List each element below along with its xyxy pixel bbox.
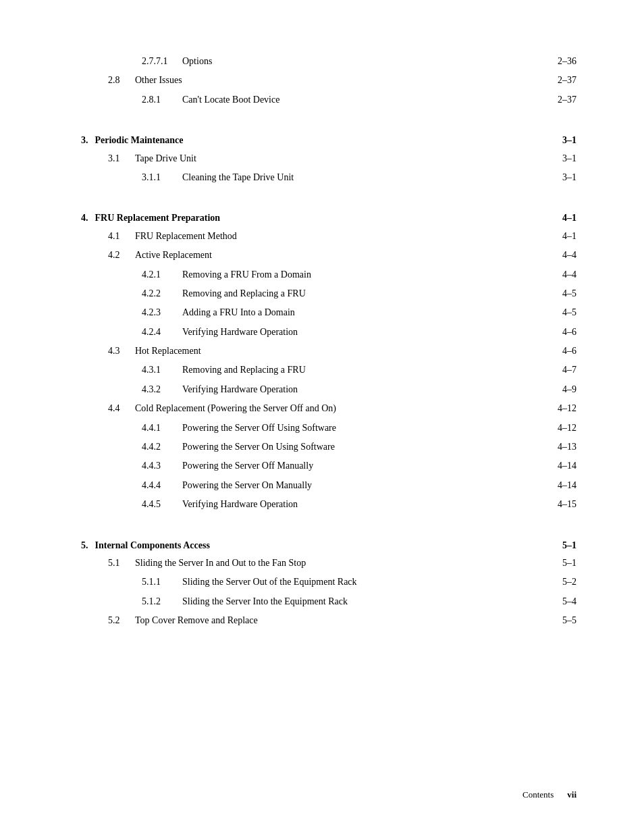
section-title: Powering the Server On Using Software bbox=[182, 440, 554, 454]
page-number: 5–5 bbox=[562, 613, 576, 628]
section-title: Verifying Hardware Operation bbox=[182, 325, 558, 340]
section-title: Hot Replacement bbox=[135, 344, 558, 359]
toc-container: 2.7.7.1Options2–362.8Other Issues2–372.8… bbox=[81, 54, 576, 629]
section-number: 3. bbox=[81, 133, 88, 148]
section-number: 4.4.4 bbox=[142, 478, 176, 493]
section-title: Can't Locate Boot Device bbox=[182, 93, 554, 107]
page-number: 4–5 bbox=[562, 305, 576, 320]
page-number: 4–12 bbox=[558, 421, 576, 436]
section-title: Removing and Replacing a FRU bbox=[182, 363, 558, 377]
page-number: 5–4 bbox=[562, 594, 576, 609]
section-number: 5.2 bbox=[108, 613, 128, 628]
page-number: 4–1 bbox=[562, 211, 576, 226]
section-title: Verifying Hardware Operation bbox=[182, 382, 558, 397]
section-title: Powering the Server Off Using Software bbox=[182, 421, 554, 436]
page-number: 3–1 bbox=[562, 170, 576, 185]
section-number: 3.1 bbox=[108, 151, 128, 166]
section-title: FRU Replacement Preparation bbox=[95, 211, 559, 226]
toc-entry: 4.4.3Powering the Server Off Manually4–1… bbox=[81, 459, 576, 473]
page-number: 5–1 bbox=[562, 538, 576, 553]
toc-entry: 4.2.3Adding a FRU Into a Domain4–5 bbox=[81, 305, 576, 320]
section-number: 5.1.1 bbox=[142, 575, 176, 590]
section-title: Verifying Hardware Operation bbox=[182, 497, 554, 512]
toc-entry: 4.4.1Powering the Server Off Using Softw… bbox=[81, 421, 576, 436]
page-number: 2–36 bbox=[558, 54, 576, 69]
section-number: 4.3.2 bbox=[142, 382, 176, 397]
toc-entry: 4.3Hot Replacement4–6 bbox=[81, 344, 576, 359]
toc-entry: 4.4Cold Replacement (Powering the Server… bbox=[81, 401, 576, 416]
page-number: 4–15 bbox=[558, 497, 576, 512]
section-number: 2.8 bbox=[108, 73, 128, 88]
section-title: Active Replacement bbox=[135, 248, 558, 263]
toc-entry: 4.4.4Powering the Server On Manually4–14 bbox=[81, 478, 576, 493]
toc-entry: 4.2.4Verifying Hardware Operation4–6 bbox=[81, 325, 576, 340]
section-title: Periodic Maintenance bbox=[95, 133, 559, 148]
section-title: Sliding the Server In and Out to the Fan… bbox=[135, 556, 558, 571]
page-number: 2–37 bbox=[558, 93, 576, 107]
toc-entry: 4.3.1Removing and Replacing a FRU4–7 bbox=[81, 363, 576, 377]
page-number: 4–6 bbox=[562, 325, 576, 340]
page-number: 4–13 bbox=[558, 440, 576, 454]
section-title: Cleaning the Tape Drive Unit bbox=[182, 170, 558, 185]
section-title: Sliding the Server Out of the Equipment … bbox=[182, 575, 558, 590]
footer-label: Contents bbox=[522, 789, 554, 800]
page-number: 2–37 bbox=[558, 73, 576, 88]
page-number: 5–2 bbox=[562, 575, 576, 590]
section-title: Tape Drive Unit bbox=[135, 151, 558, 166]
page-number: 4–14 bbox=[558, 459, 576, 473]
toc-entry: 4.4.5Verifying Hardware Operation4–15 bbox=[81, 497, 576, 512]
toc-entry: 4.2.2Removing and Replacing a FRU4–5 bbox=[81, 286, 576, 301]
section-title: Powering the Server On Manually bbox=[182, 478, 554, 493]
page-number: 3–1 bbox=[562, 151, 576, 166]
section-title: FRU Replacement Method bbox=[135, 229, 558, 244]
section-number: 4.4.2 bbox=[142, 440, 176, 454]
section-number: 3.1.1 bbox=[142, 170, 176, 185]
page-number: 4–4 bbox=[562, 267, 576, 282]
page-number: 5–1 bbox=[562, 556, 576, 571]
section-number: 4. bbox=[81, 211, 88, 226]
section-title: Other Issues bbox=[135, 73, 554, 88]
page-number: 4–5 bbox=[562, 286, 576, 301]
page: 2.7.7.1Options2–362.8Other Issues2–372.8… bbox=[0, 0, 644, 834]
section-number: 4.4 bbox=[108, 401, 128, 416]
section-title: Removing and Replacing a FRU bbox=[182, 286, 558, 301]
section-number: 5. bbox=[81, 538, 88, 553]
section-number: 4.3.1 bbox=[142, 363, 176, 377]
section-title: Powering the Server Off Manually bbox=[182, 459, 554, 473]
section-number: 4.2.1 bbox=[142, 267, 176, 282]
section-number: 5.1.2 bbox=[142, 594, 176, 609]
section-title: Removing a FRU From a Domain bbox=[182, 267, 558, 282]
page-number: 4–14 bbox=[558, 478, 576, 493]
page-number: 4–1 bbox=[562, 229, 576, 244]
section-title: Options bbox=[182, 54, 554, 69]
page-number: 4–7 bbox=[562, 363, 576, 377]
section-number: 2.7.7.1 bbox=[142, 54, 176, 69]
section-title: Sliding the Server Into the Equipment Ra… bbox=[182, 594, 558, 609]
toc-entry: 4.3.2Verifying Hardware Operation4–9 bbox=[81, 382, 576, 397]
section-title: Internal Components Access bbox=[95, 538, 559, 553]
toc-entry: 3.1.1Cleaning the Tape Drive Unit3–1 bbox=[81, 170, 576, 185]
toc-entry: 5.1.1Sliding the Server Out of the Equip… bbox=[81, 575, 576, 590]
page-number: 3–1 bbox=[562, 133, 576, 148]
page-number: 4–4 bbox=[562, 248, 576, 263]
toc-entry: 5.1.2Sliding the Server Into the Equipme… bbox=[81, 594, 576, 609]
section-title: Adding a FRU Into a Domain bbox=[182, 305, 558, 320]
section-number: 4.2 bbox=[108, 248, 128, 263]
section-number: 4.2.3 bbox=[142, 305, 176, 320]
section-number: 4.4.5 bbox=[142, 497, 176, 512]
section-number: 4.2.2 bbox=[142, 286, 176, 301]
toc-entry: 4.4.2Powering the Server On Using Softwa… bbox=[81, 440, 576, 454]
toc-entry: 5.1Sliding the Server In and Out to the … bbox=[81, 556, 576, 571]
toc-entry: 4.FRU Replacement Preparation4–1 bbox=[81, 211, 576, 226]
toc-entry: 2.8Other Issues2–37 bbox=[81, 73, 576, 88]
section-number: 4.4.3 bbox=[142, 459, 176, 473]
section-title: Cold Replacement (Powering the Server Of… bbox=[135, 401, 554, 416]
page-number: 4–12 bbox=[558, 401, 576, 416]
section-number: 4.4.1 bbox=[142, 421, 176, 436]
toc-entry: 2.7.7.1Options2–36 bbox=[81, 54, 576, 69]
toc-entry: 3.Periodic Maintenance3–1 bbox=[81, 133, 576, 148]
toc-entry: 4.2Active Replacement4–4 bbox=[81, 248, 576, 263]
footer-page: vii bbox=[567, 789, 576, 800]
toc-entry: 3.1Tape Drive Unit3–1 bbox=[81, 151, 576, 166]
toc-entry: 4.1FRU Replacement Method4–1 bbox=[81, 229, 576, 244]
